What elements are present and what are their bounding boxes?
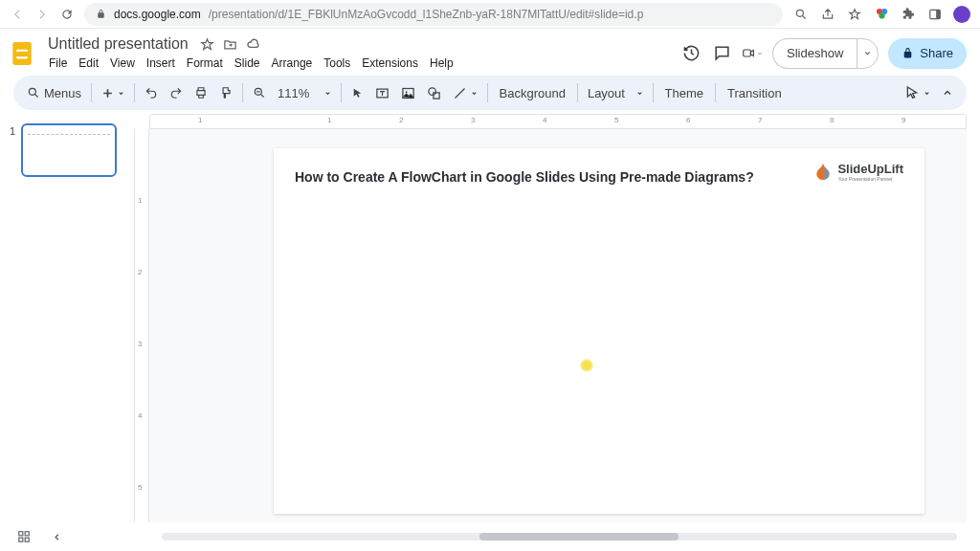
comments-icon[interactable] bbox=[711, 43, 732, 64]
footer-bar bbox=[0, 522, 980, 551]
vertical-ruler[interactable]: 1 2 3 4 5 bbox=[134, 129, 149, 540]
svg-rect-20 bbox=[25, 538, 29, 541]
svg-point-14 bbox=[405, 91, 407, 93]
slide-stage[interactable]: How to Create A FlowChart in Google Slid… bbox=[149, 129, 967, 540]
slide-thumb-index: 1 bbox=[10, 123, 15, 531]
paint-format-button[interactable] bbox=[213, 82, 238, 103]
svg-rect-16 bbox=[433, 92, 438, 98]
menu-edit[interactable]: Edit bbox=[74, 55, 103, 72]
forward-button[interactable] bbox=[34, 8, 50, 21]
transition-button[interactable]: Transition bbox=[720, 82, 790, 104]
canvas-area: 1 1 2 3 4 5 6 7 8 9 1 2 3 4 5 How to Cre… bbox=[134, 114, 967, 540]
slideshow-split-button: Slideshow bbox=[772, 38, 879, 69]
print-button[interactable] bbox=[189, 82, 213, 103]
slideshow-button[interactable]: Slideshow bbox=[772, 38, 857, 69]
slide-title-text[interactable]: How to Create A FlowChart in Google Slid… bbox=[295, 169, 754, 185]
menu-arrange[interactable]: Arrange bbox=[267, 55, 318, 72]
reload-button[interactable] bbox=[59, 8, 75, 21]
menu-extensions[interactable]: Extensions bbox=[357, 55, 423, 72]
zoom-page-icon[interactable] bbox=[792, 8, 810, 21]
slides-app-logo[interactable] bbox=[10, 41, 34, 66]
zoom-level[interactable]: 111% bbox=[272, 82, 336, 104]
menu-help[interactable]: Help bbox=[425, 55, 458, 72]
svg-point-15 bbox=[428, 87, 435, 95]
svg-rect-8 bbox=[16, 51, 28, 55]
logo-text: SlideUpLift bbox=[837, 162, 903, 176]
share-label: Share bbox=[920, 46, 953, 60]
share-page-icon[interactable] bbox=[819, 8, 836, 21]
url-path: /presentation/d/1E_FBKlUnMzAoGvcodd_l1Sh… bbox=[209, 8, 644, 21]
url-host: docs.google.com bbox=[114, 8, 201, 21]
theme-button[interactable]: Theme bbox=[657, 82, 711, 104]
bookmark-icon[interactable] bbox=[846, 8, 863, 21]
background-button[interactable]: Background bbox=[492, 82, 573, 104]
logo-mark-icon bbox=[814, 163, 832, 182]
menu-slide[interactable]: Slide bbox=[230, 55, 265, 72]
svg-rect-17 bbox=[19, 532, 23, 536]
slideshow-label: Slideshow bbox=[787, 46, 843, 60]
svg-rect-18 bbox=[25, 532, 29, 536]
history-icon[interactable] bbox=[680, 43, 702, 64]
layout-button[interactable]: Layout bbox=[582, 82, 649, 104]
new-slide-button[interactable] bbox=[96, 83, 130, 103]
svg-rect-19 bbox=[19, 538, 23, 541]
undo-button[interactable] bbox=[139, 82, 164, 103]
lock-icon bbox=[96, 9, 106, 19]
zoom-tool-button[interactable] bbox=[247, 82, 272, 103]
extensions-icon[interactable] bbox=[900, 8, 917, 21]
slide-thumbnail[interactable] bbox=[21, 123, 117, 177]
extension-color-icon[interactable] bbox=[873, 7, 890, 21]
redo-button[interactable] bbox=[164, 82, 189, 103]
menu-view[interactable]: View bbox=[105, 55, 140, 72]
line-tool[interactable] bbox=[447, 82, 483, 104]
browser-chrome: docs.google.com/presentation/d/1E_FBKlUn… bbox=[0, 0, 980, 29]
cloud-status-icon[interactable] bbox=[246, 36, 261, 52]
cursor-highlight-icon bbox=[580, 359, 593, 372]
horizontal-ruler[interactable]: 1 1 2 3 4 5 6 7 8 9 bbox=[149, 114, 967, 129]
move-icon[interactable] bbox=[223, 36, 238, 52]
menu-file[interactable]: File bbox=[44, 55, 72, 72]
profile-avatar[interactable] bbox=[953, 6, 970, 23]
svg-rect-9 bbox=[744, 50, 751, 56]
svg-rect-5 bbox=[936, 10, 940, 18]
svg-point-10 bbox=[29, 88, 35, 95]
title-bar: Untitled presentation File Edit View Ins… bbox=[0, 29, 980, 72]
address-bar[interactable]: docs.google.com/presentation/d/1E_FBKlUn… bbox=[84, 3, 783, 26]
grid-view-icon[interactable] bbox=[13, 526, 34, 547]
search-menus-button[interactable]: Menus bbox=[21, 82, 87, 104]
search-menus-label: Menus bbox=[44, 86, 81, 100]
menu-insert[interactable]: Insert bbox=[142, 55, 180, 72]
side-panel-icon[interactable] bbox=[926, 8, 944, 21]
star-icon[interactable] bbox=[200, 36, 215, 52]
select-tool[interactable] bbox=[345, 83, 369, 103]
menu-format[interactable]: Format bbox=[182, 55, 228, 72]
lock-icon bbox=[902, 47, 914, 59]
document-title[interactable]: Untitled presentation bbox=[44, 34, 192, 54]
explore-collapse-icon[interactable] bbox=[48, 528, 66, 546]
slide-canvas[interactable]: How to Create A FlowChart in Google Slid… bbox=[274, 148, 924, 514]
slide-logo: SlideUpLift Your Presentation Partner bbox=[814, 162, 903, 182]
slideshow-dropdown[interactable] bbox=[857, 38, 879, 69]
meet-icon[interactable] bbox=[742, 43, 763, 64]
scrollbar-thumb[interactable] bbox=[479, 533, 679, 540]
horizontal-scrollbar[interactable] bbox=[162, 533, 957, 540]
back-button[interactable] bbox=[10, 8, 25, 21]
mode-switch-button[interactable] bbox=[899, 81, 936, 104]
menu-bar: File Edit View Insert Format Slide Arran… bbox=[44, 54, 671, 72]
textbox-tool[interactable] bbox=[369, 82, 395, 104]
workspace: 1 1 1 2 3 4 5 6 7 8 9 1 2 3 4 5 bbox=[0, 114, 980, 540]
image-tool[interactable] bbox=[395, 82, 421, 104]
shape-tool[interactable] bbox=[421, 82, 447, 104]
svg-point-0 bbox=[796, 10, 803, 16]
svg-point-3 bbox=[879, 12, 884, 18]
menu-tools[interactable]: Tools bbox=[319, 55, 355, 72]
hide-menus-button[interactable] bbox=[936, 83, 959, 102]
share-button[interactable]: Share bbox=[888, 38, 967, 69]
main-toolbar: Menus 111% Background Layout Theme Trans… bbox=[13, 76, 967, 110]
slide-panel: 1 bbox=[0, 114, 134, 540]
logo-subtext: Your Presentation Partner bbox=[837, 176, 903, 182]
